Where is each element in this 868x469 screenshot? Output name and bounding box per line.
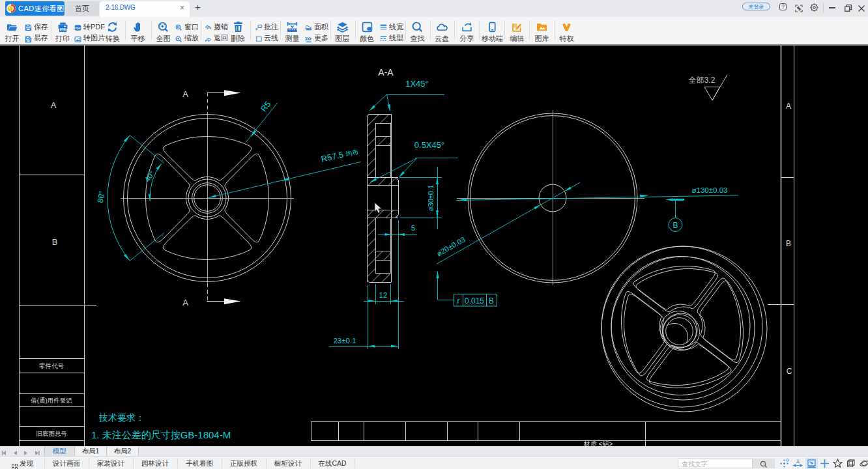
svg-text:12: 12 <box>379 291 388 299</box>
svg-text:r: r <box>457 296 460 306</box>
svg-text:B: B <box>489 296 494 306</box>
svg-text:PDF: PDF <box>75 27 81 30</box>
svg-text:B: B <box>52 237 58 247</box>
svg-text:1. 未注公差的尺寸按GB-1804-M: 1. 未注公差的尺寸按GB-1804-M <box>91 429 231 440</box>
svg-text:B: B <box>673 220 678 229</box>
svg-text:A-A: A-A <box>378 67 394 78</box>
svg-text:A: A <box>182 298 188 307</box>
svg-text:C: C <box>787 367 792 376</box>
svg-text:N: N <box>797 459 800 462</box>
svg-text:材质 <铝>: 材质 <铝> <box>583 440 613 446</box>
svg-text:ø30±0.1: ø30±0.1 <box>427 184 435 210</box>
svg-text:A: A <box>182 89 188 99</box>
svg-text:5: 5 <box>411 224 415 232</box>
svg-text:借(通)用件登记: 借(通)用件登记 <box>30 397 72 404</box>
svg-text:旧底图总号: 旧底图总号 <box>36 429 67 436</box>
svg-text:全部3.2: 全部3.2 <box>689 76 716 85</box>
svg-text:1X45°: 1X45° <box>405 79 429 89</box>
svg-text:23±0.1: 23±0.1 <box>333 337 356 345</box>
svg-text:A: A <box>786 101 791 110</box>
svg-text:零件代号: 零件代号 <box>39 362 65 369</box>
svg-text:A: A <box>51 100 57 110</box>
svg-text:0.5X45°: 0.5X45° <box>414 140 444 150</box>
svg-text:ø130±0.03: ø130±0.03 <box>692 186 728 194</box>
svg-text:B: B <box>786 239 791 248</box>
svg-text:技术要求：: 技术要求： <box>98 412 145 423</box>
svg-text:0.015: 0.015 <box>465 296 484 306</box>
